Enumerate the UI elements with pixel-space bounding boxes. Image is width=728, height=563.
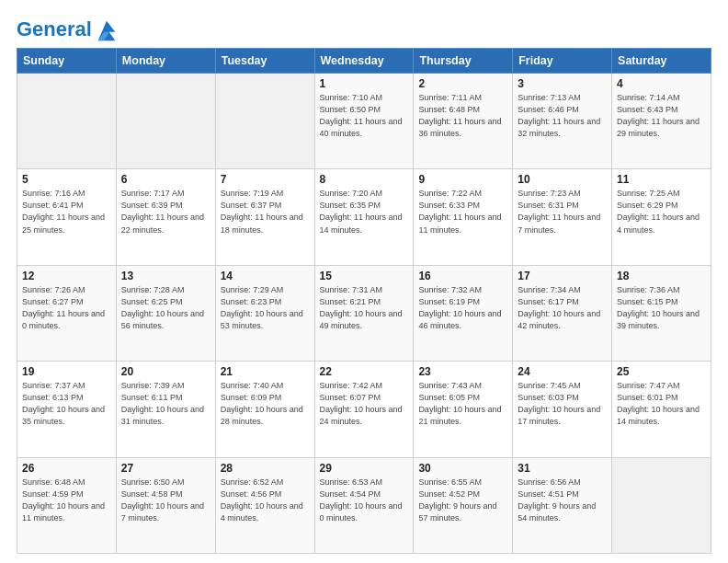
calendar-cell: 15Sunrise: 7:31 AM Sunset: 6:21 PM Dayli…	[314, 265, 414, 361]
day-info: Sunrise: 6:55 AM Sunset: 4:52 PM Dayligh…	[418, 477, 507, 524]
calendar-header-row: Sunday Monday Tuesday Wednesday Thursday…	[17, 49, 711, 74]
day-number: 28	[221, 462, 310, 475]
calendar-cell	[116, 74, 215, 169]
day-info: Sunrise: 6:50 AM Sunset: 4:58 PM Dayligh…	[121, 477, 210, 524]
calendar-cell: 3Sunrise: 7:13 AM Sunset: 6:46 PM Daylig…	[513, 74, 612, 169]
day-info: Sunrise: 6:56 AM Sunset: 4:51 PM Dayligh…	[518, 477, 607, 524]
logo-text: General	[17, 18, 92, 40]
day-number: 22	[320, 365, 409, 378]
day-number: 19	[22, 365, 111, 378]
calendar-table: Sunday Monday Tuesday Wednesday Thursday…	[17, 48, 711, 554]
calendar-cell: 18Sunrise: 7:36 AM Sunset: 6:15 PM Dayli…	[612, 265, 711, 361]
day-number: 18	[617, 270, 706, 282]
calendar-week-row: 1Sunrise: 7:10 AM Sunset: 6:50 PM Daylig…	[17, 74, 711, 169]
day-info: Sunrise: 7:22 AM Sunset: 6:33 PM Dayligh…	[418, 188, 507, 236]
day-info: Sunrise: 7:10 AM Sunset: 6:50 PM Dayligh…	[320, 92, 409, 140]
calendar-week-row: 26Sunrise: 6:48 AM Sunset: 4:59 PM Dayli…	[17, 457, 711, 553]
day-number: 5	[22, 173, 111, 186]
day-info: Sunrise: 7:25 AM Sunset: 6:29 PM Dayligh…	[617, 188, 706, 236]
day-info: Sunrise: 7:39 AM Sunset: 6:11 PM Dayligh…	[121, 380, 210, 428]
calendar-cell: 26Sunrise: 6:48 AM Sunset: 4:59 PM Dayli…	[17, 457, 117, 553]
calendar-week-row: 19Sunrise: 7:37 AM Sunset: 6:13 PM Dayli…	[17, 362, 711, 457]
calendar-cell: 31Sunrise: 6:56 AM Sunset: 4:51 PM Dayli…	[513, 457, 612, 553]
day-info: Sunrise: 7:32 AM Sunset: 6:19 PM Dayligh…	[418, 284, 507, 332]
day-number: 21	[221, 365, 310, 378]
day-number: 14	[221, 270, 310, 282]
day-info: Sunrise: 7:28 AM Sunset: 6:25 PM Dayligh…	[121, 284, 210, 332]
calendar-cell: 21Sunrise: 7:40 AM Sunset: 6:09 PM Dayli…	[215, 362, 314, 457]
col-friday: Friday	[513, 49, 612, 74]
calendar-cell: 4Sunrise: 7:14 AM Sunset: 6:43 PM Daylig…	[612, 74, 711, 169]
day-number: 10	[518, 173, 607, 186]
day-info: Sunrise: 7:47 AM Sunset: 6:01 PM Dayligh…	[617, 380, 706, 428]
calendar-cell: 7Sunrise: 7:19 AM Sunset: 6:37 PM Daylig…	[215, 169, 314, 265]
calendar-cell: 9Sunrise: 7:22 AM Sunset: 6:33 PM Daylig…	[414, 169, 513, 265]
day-number: 29	[320, 462, 409, 475]
day-info: Sunrise: 7:11 AM Sunset: 6:48 PM Dayligh…	[418, 92, 507, 140]
calendar-cell: 25Sunrise: 7:47 AM Sunset: 6:01 PM Dayli…	[612, 362, 711, 457]
col-wednesday: Wednesday	[314, 49, 414, 74]
day-info: Sunrise: 7:31 AM Sunset: 6:21 PM Dayligh…	[320, 284, 409, 332]
page: General Sunday Monday Tuesday Wednes	[0, 0, 728, 563]
day-number: 31	[518, 462, 607, 475]
col-tuesday: Tuesday	[215, 49, 314, 74]
calendar-cell: 28Sunrise: 6:52 AM Sunset: 4:56 PM Dayli…	[215, 457, 314, 553]
day-number: 4	[617, 77, 706, 90]
day-info: Sunrise: 7:20 AM Sunset: 6:35 PM Dayligh…	[320, 188, 409, 236]
day-info: Sunrise: 7:14 AM Sunset: 6:43 PM Dayligh…	[617, 92, 706, 140]
day-number: 23	[418, 365, 507, 378]
day-number: 15	[320, 270, 409, 282]
day-info: Sunrise: 7:34 AM Sunset: 6:17 PM Dayligh…	[518, 284, 607, 332]
day-number: 8	[320, 173, 409, 186]
calendar-cell: 6Sunrise: 7:17 AM Sunset: 6:39 PM Daylig…	[116, 169, 215, 265]
calendar-cell: 1Sunrise: 7:10 AM Sunset: 6:50 PM Daylig…	[314, 74, 414, 169]
calendar-cell: 12Sunrise: 7:26 AM Sunset: 6:27 PM Dayli…	[17, 265, 117, 361]
calendar-cell: 8Sunrise: 7:20 AM Sunset: 6:35 PM Daylig…	[314, 169, 414, 265]
day-number: 7	[221, 173, 310, 186]
calendar-cell: 13Sunrise: 7:28 AM Sunset: 6:25 PM Dayli…	[116, 265, 215, 361]
day-number: 30	[418, 462, 507, 475]
calendar-cell: 30Sunrise: 6:55 AM Sunset: 4:52 PM Dayli…	[414, 457, 513, 553]
day-info: Sunrise: 7:29 AM Sunset: 6:23 PM Dayligh…	[221, 284, 310, 332]
calendar-cell: 11Sunrise: 7:25 AM Sunset: 6:29 PM Dayli…	[612, 169, 711, 265]
calendar-cell: 2Sunrise: 7:11 AM Sunset: 6:48 PM Daylig…	[414, 74, 513, 169]
day-number: 17	[518, 270, 607, 282]
calendar-cell: 20Sunrise: 7:39 AM Sunset: 6:11 PM Dayli…	[116, 362, 215, 457]
day-info: Sunrise: 7:16 AM Sunset: 6:41 PM Dayligh…	[22, 188, 111, 236]
day-number: 20	[121, 365, 210, 378]
calendar-cell	[612, 457, 711, 553]
day-number: 26	[22, 462, 111, 475]
day-info: Sunrise: 6:48 AM Sunset: 4:59 PM Dayligh…	[22, 477, 111, 524]
calendar-cell: 14Sunrise: 7:29 AM Sunset: 6:23 PM Dayli…	[215, 265, 314, 361]
calendar-cell: 23Sunrise: 7:43 AM Sunset: 6:05 PM Dayli…	[414, 362, 513, 457]
day-number: 16	[418, 270, 507, 282]
day-number: 1	[320, 77, 409, 90]
col-monday: Monday	[116, 49, 215, 74]
day-info: Sunrise: 7:13 AM Sunset: 6:46 PM Dayligh…	[518, 92, 607, 140]
calendar-cell: 24Sunrise: 7:45 AM Sunset: 6:03 PM Dayli…	[513, 362, 612, 457]
calendar-cell: 19Sunrise: 7:37 AM Sunset: 6:13 PM Dayli…	[17, 362, 117, 457]
day-number: 3	[518, 77, 607, 90]
calendar-cell: 17Sunrise: 7:34 AM Sunset: 6:17 PM Dayli…	[513, 265, 612, 361]
day-info: Sunrise: 7:23 AM Sunset: 6:31 PM Dayligh…	[518, 188, 607, 236]
day-number: 13	[121, 270, 210, 282]
calendar-week-row: 5Sunrise: 7:16 AM Sunset: 6:41 PM Daylig…	[17, 169, 711, 265]
day-number: 24	[518, 365, 607, 378]
header: General	[17, 17, 711, 39]
day-number: 27	[121, 462, 210, 475]
col-saturday: Saturday	[612, 49, 711, 74]
day-info: Sunrise: 7:40 AM Sunset: 6:09 PM Dayligh…	[221, 380, 310, 428]
day-info: Sunrise: 7:26 AM Sunset: 6:27 PM Dayligh…	[22, 284, 111, 332]
day-number: 9	[418, 173, 507, 186]
day-number: 2	[418, 77, 507, 90]
day-number: 11	[617, 173, 706, 186]
calendar-cell: 22Sunrise: 7:42 AM Sunset: 6:07 PM Dayli…	[314, 362, 414, 457]
calendar-cell	[215, 74, 314, 169]
day-number: 25	[617, 365, 706, 378]
calendar-cell: 5Sunrise: 7:16 AM Sunset: 6:41 PM Daylig…	[17, 169, 117, 265]
day-info: Sunrise: 7:43 AM Sunset: 6:05 PM Dayligh…	[418, 380, 507, 428]
day-info: Sunrise: 7:37 AM Sunset: 6:13 PM Dayligh…	[22, 380, 111, 428]
calendar-cell: 10Sunrise: 7:23 AM Sunset: 6:31 PM Dayli…	[513, 169, 612, 265]
calendar-week-row: 12Sunrise: 7:26 AM Sunset: 6:27 PM Dayli…	[17, 265, 711, 361]
logo: General	[17, 17, 119, 39]
